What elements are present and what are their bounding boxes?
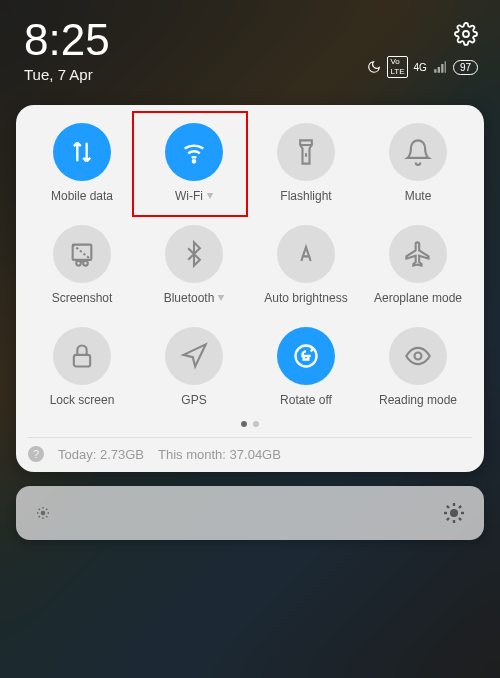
auto-brightness-icon bbox=[292, 240, 320, 268]
chevron-icon bbox=[207, 193, 213, 199]
lock-icon bbox=[68, 342, 96, 370]
svg-point-0 bbox=[463, 31, 469, 37]
status-bar: 8:25 Tue, 7 Apr VoLTE 4G 97 bbox=[0, 0, 500, 91]
airplane-icon bbox=[404, 240, 432, 268]
status-indicators: VoLTE 4G 97 bbox=[367, 56, 478, 78]
dnd-moon-icon bbox=[367, 60, 381, 74]
svg-point-8 bbox=[41, 511, 46, 516]
bluetooth-toggle[interactable]: Bluetooth bbox=[140, 225, 248, 305]
data-usage-row[interactable]: ? Today: 2.73GB This month: 37.04GB bbox=[28, 437, 472, 462]
mute-toggle[interactable]: Mute bbox=[364, 123, 472, 203]
wifi-toggle[interactable]: Wi-Fi bbox=[140, 123, 248, 203]
brightness-slider[interactable] bbox=[16, 486, 484, 540]
svg-line-25 bbox=[459, 506, 461, 508]
battery-indicator: 97 bbox=[453, 60, 478, 75]
navigation-icon bbox=[180, 342, 208, 370]
quick-settings-panel: Mobile data Wi-Fi Flashlight Mute Screen… bbox=[16, 105, 484, 472]
svg-line-22 bbox=[447, 506, 449, 508]
flashlight-toggle[interactable]: Flashlight bbox=[252, 123, 360, 203]
svg-point-3 bbox=[76, 261, 81, 266]
auto-brightness-toggle[interactable]: Auto brightness bbox=[252, 225, 360, 305]
volte-badge: VoLTE bbox=[387, 56, 407, 78]
mobile-data-icon bbox=[68, 138, 96, 166]
screenshot-button[interactable]: Screenshot bbox=[28, 225, 136, 305]
screenshot-icon bbox=[68, 240, 96, 268]
svg-line-13 bbox=[39, 509, 40, 510]
settings-button[interactable] bbox=[454, 22, 478, 46]
svg-line-16 bbox=[46, 509, 47, 510]
svg-line-14 bbox=[46, 516, 47, 517]
mobile-data-toggle[interactable]: Mobile data bbox=[28, 123, 136, 203]
network-type: 4G bbox=[414, 62, 427, 73]
lock-screen-button[interactable]: Lock screen bbox=[28, 327, 136, 407]
svg-point-4 bbox=[83, 261, 88, 266]
svg-point-17 bbox=[450, 509, 458, 517]
flashlight-icon bbox=[292, 138, 320, 166]
eye-icon bbox=[404, 342, 432, 370]
aeroplane-mode-toggle[interactable]: Aeroplane mode bbox=[364, 225, 472, 305]
svg-point-1 bbox=[193, 160, 195, 162]
wifi-icon bbox=[180, 138, 208, 166]
info-icon: ? bbox=[28, 446, 44, 462]
page-indicator bbox=[28, 421, 472, 427]
svg-line-15 bbox=[39, 516, 40, 517]
svg-line-24 bbox=[447, 518, 449, 520]
reading-mode-toggle[interactable]: Reading mode bbox=[364, 327, 472, 407]
rotation-lock-icon bbox=[292, 342, 320, 370]
gps-toggle[interactable]: GPS bbox=[140, 327, 248, 407]
svg-rect-5 bbox=[74, 355, 90, 367]
brightness-high-icon bbox=[442, 501, 466, 525]
svg-point-7 bbox=[415, 353, 422, 360]
bluetooth-icon bbox=[180, 240, 208, 268]
chevron-icon bbox=[218, 295, 224, 301]
gear-icon bbox=[454, 22, 478, 46]
signal-icon bbox=[433, 60, 447, 74]
rotate-toggle[interactable]: Rotate off bbox=[252, 327, 360, 407]
svg-line-23 bbox=[459, 518, 461, 520]
bell-icon bbox=[404, 138, 432, 166]
brightness-low-icon bbox=[34, 504, 52, 522]
